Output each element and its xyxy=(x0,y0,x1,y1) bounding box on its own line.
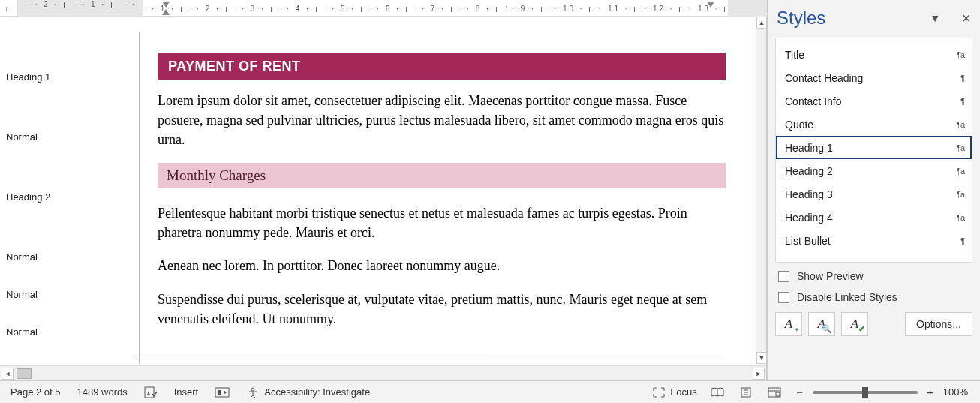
style-item[interactable]: Heading 2¶a xyxy=(776,159,972,182)
styles-footer: A+ A🔍 A✔ Options... xyxy=(768,308,980,344)
zoom-slider[interactable] xyxy=(813,391,918,394)
hanging-indent-marker[interactable] xyxy=(162,9,170,15)
page-break-line xyxy=(135,356,726,356)
horizontal-scrollbar[interactable]: ◄ ► xyxy=(0,365,766,380)
style-item[interactable]: Heading 1¶a xyxy=(776,136,972,159)
first-line-indent-marker[interactable] xyxy=(162,2,170,8)
scroll-up-button[interactable]: ▲ xyxy=(756,17,767,29)
focus-label: Focus xyxy=(670,386,696,398)
web-layout-icon xyxy=(767,386,782,398)
paragraph[interactable]: Suspendisse dui purus, scelerisque at, v… xyxy=(158,290,726,329)
style-item[interactable]: List Bullet¶ xyxy=(776,229,972,252)
nav-style-label[interactable]: Heading 2 xyxy=(0,182,135,212)
navigation-pane: Heading 1NormalHeading 2NormalNormalNorm… xyxy=(0,17,135,364)
nav-style-label[interactable]: Normal xyxy=(0,279,135,309)
spellcheck-button[interactable] xyxy=(144,386,158,398)
scroll-right-button[interactable]: ► xyxy=(753,368,765,380)
right-indent-marker[interactable] xyxy=(707,2,714,8)
ruler-num: 1 xyxy=(91,0,98,8)
scroll-left-button[interactable]: ◄ xyxy=(2,368,14,380)
nav-style-label[interactable]: Heading 1 xyxy=(0,62,135,92)
read-mode-icon xyxy=(710,386,725,398)
paragraph[interactable]: Aenean nec lorem. In porttitor. Donec la… xyxy=(158,256,726,275)
style-inspector-button[interactable]: A🔍 xyxy=(808,312,835,336)
svg-rect-10 xyxy=(776,392,780,396)
panel-options-dropdown[interactable]: ▼ xyxy=(930,12,940,24)
style-name: Title xyxy=(785,49,804,61)
style-name: List Bullet xyxy=(785,235,831,247)
accessibility-icon xyxy=(246,386,260,398)
style-name: Contact Heading xyxy=(785,72,863,84)
page-indicator[interactable]: Page 2 of 5 xyxy=(11,386,61,398)
style-item[interactable]: Heading 4¶a xyxy=(776,206,972,229)
style-type-glyph: ¶a xyxy=(957,50,964,59)
style-type-glyph: ¶ xyxy=(960,236,964,245)
style-type-glyph: ¶a xyxy=(957,167,964,176)
checkbox-label: Show Preview xyxy=(797,270,864,282)
style-name: Heading 3 xyxy=(785,188,833,200)
read-mode-button[interactable] xyxy=(709,385,726,400)
styles-header: Styles ▼ ✕ xyxy=(768,0,980,38)
zoom-thumb[interactable] xyxy=(862,387,868,398)
style-name: Heading 2 xyxy=(785,165,833,177)
style-type-glyph: ¶a xyxy=(957,143,964,152)
macros-button[interactable] xyxy=(215,386,230,398)
new-style-button[interactable]: A+ xyxy=(775,312,802,336)
style-item[interactable]: Heading 3¶a xyxy=(776,182,972,206)
ruler-corner[interactable]: ∟ xyxy=(0,0,18,17)
doc-content[interactable]: PAYMENT OF RENT Lorem ipsum dolor sit am… xyxy=(158,53,726,335)
accessibility-label: Accessibility: Investigate xyxy=(264,386,370,398)
page[interactable]: PAYMENT OF RENT Lorem ipsum dolor sit am… xyxy=(135,17,756,364)
styles-panel: Styles ▼ ✕ Title¶aContact Heading¶Contac… xyxy=(767,0,980,380)
styles-list[interactable]: Title¶aContact Heading¶Contact Info¶Quot… xyxy=(775,38,972,263)
focus-icon xyxy=(652,386,666,398)
horizontal-ruler[interactable]: ∟ ׂ · 2 · ׀ ׂ · 1 · ׀ ׂ · ׂ · 1 · ׀ׂ · 2… xyxy=(0,0,767,17)
status-bar: Page 2 of 5 1489 words Insert Accessibil… xyxy=(0,380,980,403)
styles-options-button[interactable]: Options... xyxy=(905,312,972,336)
web-layout-button[interactable] xyxy=(766,385,783,400)
accessibility-checker[interactable]: Accessibility: Investigate xyxy=(246,386,370,398)
zoom-percent[interactable]: 100% xyxy=(943,386,968,398)
scrollbar-thumb[interactable] xyxy=(17,368,32,379)
styles-title: Styles xyxy=(777,8,825,29)
svg-point-3 xyxy=(251,388,254,391)
scroll-down-button[interactable]: ▼ xyxy=(756,352,767,364)
style-item[interactable]: Contact Heading¶ xyxy=(776,66,972,89)
vertical-scrollbar[interactable]: ▲ ▼ xyxy=(756,17,766,364)
style-item[interactable]: Contact Info¶ xyxy=(776,89,972,113)
show-preview-checkbox[interactable]: Show Preview xyxy=(778,270,969,282)
manage-styles-button[interactable]: A✔ xyxy=(841,312,868,336)
style-type-glyph: ¶a xyxy=(957,120,964,129)
disable-linked-styles-checkbox[interactable]: Disable Linked Styles xyxy=(778,291,969,303)
page-border xyxy=(139,32,140,364)
style-type-glyph: ¶a xyxy=(957,213,964,222)
heading-2[interactable]: Monthly Charges xyxy=(158,163,726,188)
nav-style-label[interactable]: Normal xyxy=(0,242,135,272)
style-item[interactable]: Title¶a xyxy=(776,43,972,66)
zoom-out-button[interactable]: − xyxy=(795,386,805,398)
word-count[interactable]: 1489 words xyxy=(77,386,128,398)
style-type-glyph: ¶a xyxy=(957,190,964,199)
insert-mode[interactable]: Insert xyxy=(174,386,199,398)
close-panel-button[interactable]: ✕ xyxy=(961,11,971,26)
print-layout-button[interactable] xyxy=(738,385,754,400)
paragraph[interactable]: Pellentesque habitant morbi tristique se… xyxy=(158,203,726,242)
zoom-in-button[interactable]: + xyxy=(925,386,936,398)
style-item[interactable]: Quote¶a xyxy=(776,113,972,136)
checkbox-icon xyxy=(778,271,789,282)
style-type-glyph: ¶ xyxy=(960,74,964,83)
svg-rect-0 xyxy=(145,387,154,398)
nav-style-label[interactable]: Normal xyxy=(0,122,135,152)
spellcheck-icon xyxy=(144,386,158,398)
style-name: Heading 1 xyxy=(785,142,833,154)
heading-1[interactable]: PAYMENT OF RENT xyxy=(158,53,726,80)
checkbox-icon xyxy=(778,292,789,303)
focus-mode-button[interactable]: Focus xyxy=(652,386,696,398)
nav-style-label[interactable]: Normal xyxy=(0,317,135,347)
paragraph[interactable]: Lorem ipsum dolor sit amet, consectetuer… xyxy=(158,91,726,149)
svg-rect-2 xyxy=(218,390,221,395)
document-scroll: Heading 1NormalHeading 2NormalNormalNorm… xyxy=(0,17,756,364)
style-type-glyph: ¶ xyxy=(960,97,964,106)
macros-icon xyxy=(215,386,230,398)
style-name: Contact Info xyxy=(785,95,842,107)
